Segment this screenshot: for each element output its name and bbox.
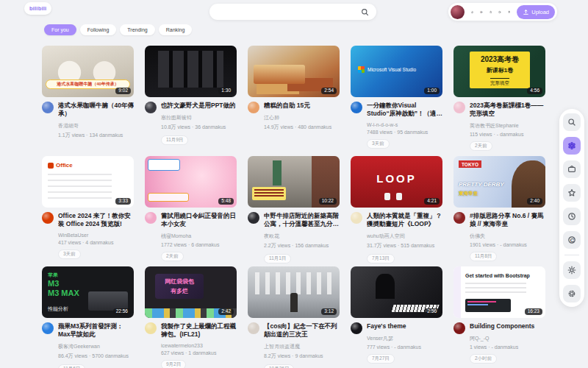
search-input[interactable] [217, 9, 361, 15]
uploader-avatar[interactable] [145, 322, 157, 334]
tab-ranking[interactable]: Ranking [159, 24, 193, 35]
history-icon[interactable] [563, 208, 581, 225]
search-icon[interactable] [563, 113, 581, 131]
theme-toggle-icon[interactable] [563, 261, 581, 279]
video-title[interactable]: 嘗試用繞口令糾正發音的日本小女友 [161, 212, 237, 228]
uploader-avatar[interactable] [42, 322, 54, 334]
video-thumbnail[interactable]: LOOP 4:21 [351, 156, 442, 208]
recommend-icon[interactable] [563, 137, 581, 155]
tab-trending[interactable]: Trending [120, 24, 154, 35]
coin-icon[interactable]: C [563, 231, 581, 249]
uploader-name[interactable]: Venser凡瑟 [367, 335, 442, 342]
video-title[interactable]: Office 2024 来了！教你安装 Office 2024 预览版! [58, 212, 134, 228]
star-icon[interactable] [490, 8, 492, 16]
video-thumbnail[interactable]: Microsoft Visual Studio 1:00 [351, 46, 442, 97]
uploader-avatar[interactable] [42, 102, 54, 113]
location-icon[interactable] [508, 8, 510, 16]
uploader-name[interactable]: 仿佛失 [470, 233, 545, 240]
video-title[interactable]: #排版思路分享 No.6 / 賽馬娘 // 東海帝皇 [470, 212, 545, 228]
bell-icon[interactable] [471, 8, 473, 16]
uploader-avatar[interactable] [42, 212, 54, 224]
uploader-avatar[interactable] [351, 322, 362, 334]
video-title[interactable]: 2023高考卷新課標1卷——完形填空 [470, 102, 545, 118]
search-icon[interactable] [361, 8, 369, 16]
video-card[interactable]: 苹果 M3 M3 MAX 性能分析 22:56 蘋果M3系列首發評測：Max早該… [42, 266, 134, 368]
video-card[interactable]: 10:22 中野牛排店附近的新築高階公寓，十分溫馨甚至九分乾淨 夜欧花 2.2万… [248, 156, 340, 258]
video-card[interactable]: TOKYO PRETTY DERBY 東海帝皇 2:40 #排版思路分享 No.… [453, 156, 545, 258]
uploader-name[interactable]: 桃寝Momoha [161, 233, 237, 240]
tab-following[interactable]: Following [80, 24, 117, 35]
uploader-name[interactable]: WinBetaUser [58, 233, 134, 238]
video-title[interactable]: 糟糕的自助 15元 [264, 102, 340, 110]
uploader-name[interactable]: 江心肺 [264, 114, 340, 121]
tv-icon[interactable] [563, 160, 581, 178]
video-thumbnail[interactable]: 2:56 [351, 266, 442, 318]
video-title[interactable]: 中野牛排店附近的新築高階公寓，十分溫馨甚至九分乾淨 [264, 212, 340, 228]
video-card[interactable]: Microsoft Visual Studio 1:00 一分鐘教你Visual… [351, 46, 442, 147]
video-card[interactable]: 3:12 【cos向】紀念一下在不列顛出道的三次王 上智月頭盃退魔 8.2万 v… [248, 266, 340, 368]
video-title[interactable]: Building Components [470, 322, 545, 330]
search-bar[interactable] [209, 4, 376, 20]
video-thumbnail[interactable]: 网红袋袋包 有多烂 2:42 [145, 266, 237, 318]
uploader-name[interactable]: 英语教书匠Stephanie [470, 122, 545, 130]
video-card[interactable]: Office 3:33 Office 2024 来了！教你安装 Office 2… [42, 156, 134, 258]
video-card[interactable]: 1:30 也許文豪野犬是用PPT做的 塞拉图斯彼特 10.8万 views · … [145, 46, 237, 147]
uploader-avatar[interactable] [145, 102, 157, 113]
uploader-name[interactable]: icewatermelon233 [161, 343, 237, 348]
uploader-avatar[interactable] [351, 102, 362, 113]
video-thumbnail[interactable]: 2023高考卷 新课标1卷 完形填空 4:56 [453, 46, 545, 97]
tab-for-you[interactable]: For you [44, 24, 76, 35]
history-icon[interactable] [498, 8, 501, 16]
video-card[interactable]: 港式水果咖喱牛腩（40年传承） 9:02 港式水果咖喱牛腩（40年傳承） 香港細… [42, 46, 134, 147]
video-thumbnail[interactable]: 5:48 [145, 156, 237, 208]
video-thumbnail[interactable]: 3:12 [248, 266, 340, 318]
uploader-avatar[interactable] [248, 212, 259, 224]
favorites-icon[interactable] [563, 184, 581, 202]
video-card[interactable]: 5:48 嘗試用繞口令糾正發音的日本小女友 桃寝Momoha 1772 view… [145, 156, 237, 258]
thumb-caption: 性能分析 [48, 305, 68, 313]
uploader-avatar[interactable] [248, 102, 259, 113]
coin-icon[interactable]: B [480, 8, 482, 16]
video-title[interactable]: 也許文豪野犬是用PPT做的 [161, 102, 237, 110]
upload-button[interactable]: Upload [517, 5, 555, 19]
settings-gear-icon[interactable] [563, 285, 581, 302]
video-thumbnail[interactable]: TOKYO PRETTY DERBY 東海帝皇 2:40 [453, 156, 545, 208]
uploader-avatar[interactable] [351, 212, 362, 224]
uploader-name[interactable]: 香港細哥 [58, 122, 134, 130]
video-card[interactable]: 网红袋袋包 有多烂 2:42 我製作了史上最爛的工程襯褲包。(IFL21) ic… [145, 266, 237, 368]
user-avatar[interactable] [451, 5, 465, 19]
uploader-name[interactable]: W-i-n-d-o-w-s [367, 122, 442, 127]
site-logo[interactable]: bilibili [24, 2, 51, 15]
video-thumbnail[interactable]: 2:54 [248, 46, 340, 97]
uploader-name[interactable]: 夜欧花 [264, 233, 340, 240]
uploader-name[interactable]: wuhu动画人空间 [367, 233, 442, 240]
uploader-avatar[interactable] [145, 212, 157, 224]
video-thumbnail[interactable]: 10:22 [248, 156, 340, 208]
uploader-avatar[interactable] [453, 322, 465, 334]
video-card[interactable]: 2023高考卷 新课标1卷 完形填空 4:56 2023高考卷新課標1卷——完形… [453, 46, 545, 147]
video-title[interactable]: 人類的本質就是「重複」？獲奬動畫短片《LOOP》 [367, 212, 442, 228]
uploader-name[interactable]: 阿Q-_-Q [470, 335, 545, 342]
video-title[interactable]: 我製作了史上最爛的工程襯褲包。(IFL21) [161, 322, 237, 339]
video-card[interactable]: Get started with Bootstrap 16:23 Buildin… [453, 266, 545, 368]
video-thumbnail[interactable]: 1:30 [145, 46, 237, 97]
video-title[interactable]: 港式水果咖喱牛腩（40年傳承） [58, 102, 134, 118]
uploader-name[interactable]: 塞拉图斯彼特 [161, 114, 237, 121]
uploader-name[interactable]: 上智月頭盃退魔 [264, 343, 340, 350]
video-thumbnail[interactable]: 苹果 M3 M3 MAX 性能分析 22:56 [42, 266, 134, 318]
video-thumbnail[interactable]: 港式水果咖喱牛腩（40年传承） 9:02 [42, 46, 134, 97]
video-title[interactable]: Faye's theme [367, 322, 442, 330]
video-card[interactable]: LOOP 4:21 人類的本質就是「重複」？獲奬動畫短片《LOOP》 wuhu动… [351, 156, 442, 258]
video-title[interactable]: 一分鐘教你Visual Studio“原神啟動”！（適用於Blend） [367, 102, 442, 118]
video-title[interactable]: 蘋果M3系列首發評測：Max早該如此 [58, 322, 134, 339]
video-card[interactable]: 2:54 糟糕的自助 15元 江心肺 14.9万 views · 480 dan… [248, 46, 340, 147]
uploader-avatar[interactable] [453, 212, 465, 224]
video-thumbnail[interactable]: Get started with Bootstrap 16:23 [453, 266, 545, 318]
uploader-avatar[interactable] [453, 102, 465, 113]
video-thumbnail[interactable]: Office 3:33 [42, 156, 134, 208]
video-card[interactable]: 2:56 Faye's theme Venser凡瑟 777 views · -… [351, 266, 442, 368]
uploader-avatar[interactable] [248, 322, 259, 334]
uploader-name[interactable]: 极客湾Geekerwan [58, 343, 134, 350]
duration-badge: 4:21 [424, 198, 440, 205]
video-title[interactable]: 【cos向】紀念一下在不列顛出道的三次王 [264, 322, 340, 339]
